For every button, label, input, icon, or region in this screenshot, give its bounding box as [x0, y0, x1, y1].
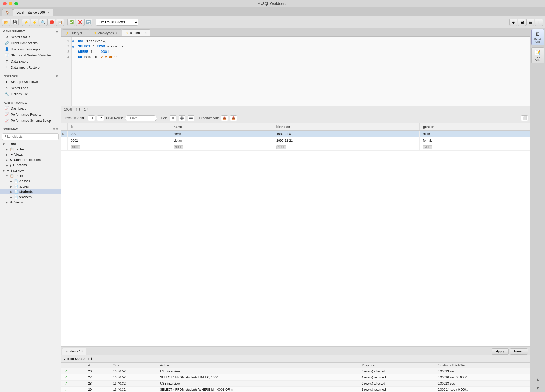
execute-selection-button[interactable]: ⚡ [31, 19, 38, 26]
stop-button[interactable]: 🛑 [47, 19, 55, 26]
table-row[interactable]: 0002 vivian 1990-12-21 female [61, 137, 530, 144]
tree-interview-tables[interactable]: ▼ 📋 Tables [0, 173, 61, 178]
limit-rows-select[interactable]: Limit to 1000 rows [96, 19, 138, 26]
tree-scores[interactable]: ▶ 📄 scores [0, 184, 61, 189]
data-grid[interactable]: id name birthdate gender ▶ 0001 kevin 19… [61, 123, 530, 346]
save-button[interactable]: 💾 [11, 19, 19, 26]
col-birthdate-header[interactable]: birthdate [273, 123, 419, 130]
add-row-button[interactable]: ➕ [179, 115, 185, 121]
instance-toggle[interactable]: ⊞ [56, 75, 58, 78]
ao-col-status [61, 363, 85, 368]
explain-button[interactable]: 🔍 [39, 19, 47, 26]
execute-button[interactable]: ⚡ [22, 19, 30, 26]
tree-students[interactable]: ▶ 📄 students [0, 189, 61, 194]
line-dot-1 [72, 40, 74, 42]
sidebar-item-data-export[interactable]: ⬆ Data Export [0, 58, 61, 64]
tree-db1-stored-procedures[interactable]: ▶ ⚙ Stored Procedures [0, 157, 61, 163]
result-grid-panel-button[interactable]: ⊞ Result Grid [531, 29, 544, 45]
employees-close[interactable]: ✕ [116, 32, 118, 34]
maximize-button[interactable] [14, 2, 18, 5]
table-row[interactable]: NULL NULL NULL NULL [61, 144, 530, 151]
editor-footer: 100% ⬆⬇ 1:4 [61, 106, 530, 113]
tab-query9[interactable]: ⚡ Query 9 ✕ [62, 29, 90, 36]
students-close[interactable]: ✕ [145, 32, 147, 34]
minimize-button[interactable] [9, 2, 12, 5]
action-output-toggle[interactable]: ⬆⬇ [88, 357, 93, 361]
schemas-toggle[interactable]: ⊞ ⊟ [53, 128, 58, 131]
col-gender-header[interactable]: gender [420, 123, 530, 130]
ao-row3-response: 0 row(s) affected [358, 381, 434, 387]
list-item[interactable]: ✓ 29 16:40:32 SELECT * FROM students WHE… [61, 387, 530, 392]
tree-interview[interactable]: ▼ 🗄 interview [0, 168, 61, 173]
toggle-button[interactable]: 📋 [56, 19, 64, 26]
list-item[interactable]: ✓ 26 16:36:52 USE interview 0 row(s) aff… [61, 368, 530, 374]
result-grid-tab[interactable]: Result Grid [63, 115, 86, 121]
result-grid-panel-icon: ⊞ [536, 31, 540, 37]
import-button[interactable]: 📥 [230, 115, 237, 121]
edit-row-button[interactable]: ✏ [170, 115, 176, 121]
ao-row1-action: USE interview [157, 368, 358, 374]
tree-db1-functions[interactable]: ▶ ƒ Functions [0, 163, 61, 168]
tree-db1-views[interactable]: ▶ 👁 Views [0, 152, 61, 157]
list-item[interactable]: ✓ 28 16:40:32 USE interview 0 row(s) aff… [61, 381, 530, 387]
sidebar-item-performance-schema[interactable]: 📈 Performance Schema Setup [0, 117, 61, 124]
tab-employees[interactable]: ⚡ employees ✕ [90, 29, 122, 36]
filter-rows-input[interactable] [125, 115, 157, 121]
tree-interview-views[interactable]: ▶ 👁 Views [0, 200, 61, 205]
window-controls[interactable] [3, 2, 18, 5]
apply-button[interactable]: Apply [492, 348, 509, 355]
sidebar-item-status-variables[interactable]: 📊 Status and System Variables [0, 52, 61, 58]
sidebar-item-options-file[interactable]: 🔧 Options File [0, 91, 61, 97]
revert-button[interactable]: Revert [510, 348, 528, 355]
col-name-header[interactable]: name [170, 123, 273, 130]
instance-tab[interactable]: Local instance 3306 ✕ [13, 9, 53, 16]
zoom-stepper[interactable]: ⬆⬇ [76, 108, 81, 111]
tree-db1-tables[interactable]: ▶ 📋 Tables [0, 147, 61, 152]
instance-tab-close[interactable]: ✕ [47, 11, 50, 14]
code-editor[interactable]: USE interview; SELECT * FROM students WH… [75, 37, 530, 106]
layout-3-button[interactable]: ▥ [535, 19, 543, 26]
tree-db1[interactable]: ▼ 🗄 db1 [0, 141, 61, 147]
table-row[interactable]: ▶ 0001 kevin 1989-01-01 male [61, 130, 530, 137]
settings-button[interactable]: ⚙ [509, 19, 517, 26]
action-output-header[interactable]: Action Output ⬆⬇ [61, 355, 530, 363]
grid-format-button[interactable]: ⊞ [88, 115, 95, 121]
tree-teachers[interactable]: ▶ 📄 teachers [0, 194, 61, 200]
row-1-gender: male [420, 130, 530, 137]
open-file-button[interactable]: 📂 [2, 19, 10, 26]
schema-filter-input[interactable] [2, 133, 59, 140]
col-id-header[interactable]: id [68, 123, 170, 130]
top-tab-bar: 🏠 Local instance 3306 ✕ [0, 7, 545, 16]
layout-1-button[interactable]: ▣ [518, 19, 526, 26]
management-toggle[interactable]: ⊞ [56, 30, 58, 33]
main-layout: MANAGEMENT ⊞ 🖥 Server Status 🔗 Client Co… [0, 28, 545, 392]
tab-students[interactable]: ⚡ students ✕ [122, 29, 150, 36]
right-panel-down-arrow[interactable]: ▼ [531, 384, 544, 392]
wrap-cell-button[interactable]: ↩ [97, 115, 104, 121]
commit-button[interactable]: ✅ [67, 19, 75, 26]
tree-classes[interactable]: ▶ 📄 classes [0, 178, 61, 184]
sidebar-item-dashboard[interactable]: 📈 Dashboard [0, 105, 61, 111]
delete-row-button[interactable]: ➖ [188, 115, 194, 121]
rollback-button[interactable]: ❌ [76, 19, 84, 26]
sidebar-item-startup-shutdown[interactable]: ▶ Startup / Shutdown [0, 79, 61, 85]
close-button[interactable] [3, 2, 7, 5]
layout-2-button[interactable]: ▤ [526, 19, 534, 26]
export-button[interactable]: 📤 [221, 115, 228, 121]
sidebar-item-users-privileges[interactable]: 👤 Users and Privileges [0, 46, 61, 52]
row-1-birthdate: 1989-01-01 [273, 130, 419, 137]
form-editor-panel-button[interactable]: 📝 Form Editor [531, 47, 544, 63]
sidebar-item-client-connections[interactable]: 🔗 Client Connections [0, 40, 61, 46]
sidebar-item-performance-reports[interactable]: 📈 Performance Reports [0, 111, 61, 117]
auto-commit-button[interactable]: 🔄 [84, 19, 92, 26]
home-tab[interactable]: 🏠 [2, 9, 13, 16]
right-panel-up-arrow[interactable]: ▲ [531, 376, 544, 384]
sidebar-item-data-import[interactable]: ⬇ Data Import/Restore [0, 64, 61, 71]
grid-tab-students[interactable]: students 13 [62, 348, 86, 355]
toggle-panel-button[interactable]: ⬜ [521, 115, 528, 121]
list-item[interactable]: ✓ 27 16:36:52 SELECT * FROM students LIM… [61, 374, 530, 381]
sidebar-item-server-logs[interactable]: ⚠ Server Logs [0, 85, 61, 91]
query9-close[interactable]: ✕ [84, 32, 86, 34]
sidebar-item-server-status[interactable]: 🖥 Server Status [0, 34, 61, 40]
instance-tab-label: Local instance 3306 [16, 11, 45, 14]
